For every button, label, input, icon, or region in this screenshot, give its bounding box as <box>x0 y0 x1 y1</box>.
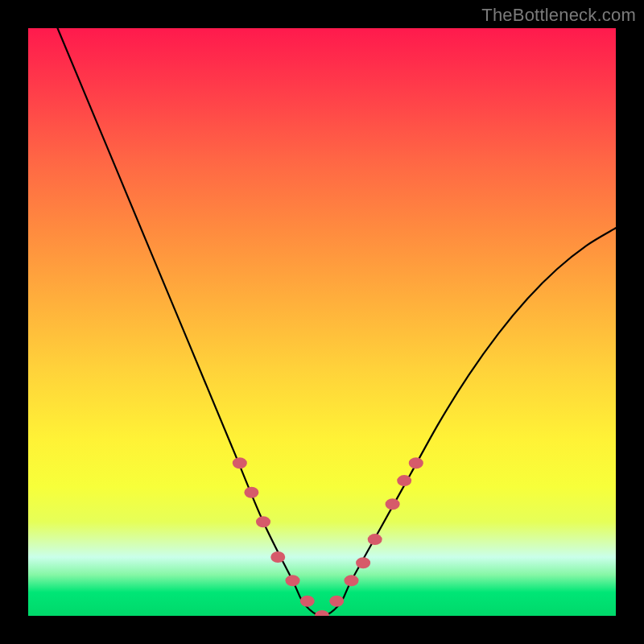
marker-dot <box>409 457 423 469</box>
marker-dot <box>256 516 270 527</box>
marker-dot <box>270 551 285 563</box>
marker-dot <box>356 557 370 568</box>
curve-overlay <box>28 28 616 616</box>
plot-area <box>28 28 616 616</box>
marker-dot <box>368 534 382 545</box>
chart-frame: TheBottleneck.com <box>0 0 644 644</box>
highlight-markers <box>233 457 423 616</box>
marker-dot <box>397 475 411 486</box>
marker-dot <box>233 457 247 469</box>
watermark-text: TheBottleneck.com <box>481 5 636 26</box>
marker-dot <box>329 596 344 607</box>
marker-dot <box>300 596 315 607</box>
bottleneck-curve <box>58 28 617 616</box>
marker-dot <box>386 498 400 510</box>
marker-dot <box>244 487 258 498</box>
marker-dot <box>315 610 329 616</box>
marker-dot <box>286 575 300 586</box>
marker-dot <box>345 575 359 586</box>
